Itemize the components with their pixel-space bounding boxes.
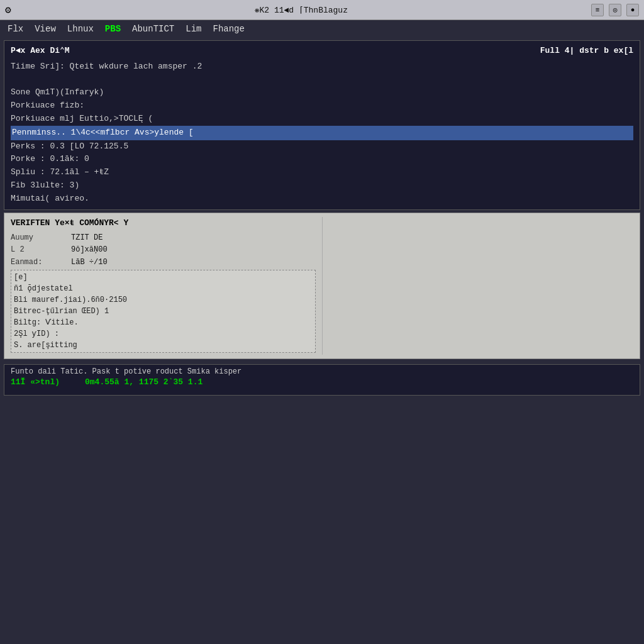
top-panel-header: P◄x Aex Di⌃M Full 4| dstr b ex[l [11, 45, 633, 58]
bottom-panel-header: VERIFTEN Ye×ŧ COMÓNYR< Y [11, 217, 316, 230]
top-panel-line-5: Pennminss.. 1\4c<<mflbcr Avs>ylende [ [11, 126, 633, 140]
status-top-text: Funto dali Tatic. Pask t potive roduct S… [11, 367, 633, 376]
title-bar-center: ❋K2 11◄d ⌈ThnBlaguz [255, 5, 348, 15]
menu-item-pbs[interactable]: PBS [100, 23, 126, 35]
bp-left-rows: AuumyTZIT DEL 29ŏ]xāŅ00Eanmad:LāB ÷/10 [11, 232, 316, 269]
bp-inner-line-1: ñ1 ǭdjestatel [14, 283, 313, 294]
bottom-panel-right [322, 217, 633, 355]
status-right-value: 0m4.55ā 1, 1175 2`35 1.1 [85, 377, 203, 387]
bp-inner-line-0: [e] [14, 272, 313, 283]
top-panel-right-title: Full 4| dstr b ex[l [540, 45, 633, 58]
top-panel: P◄x Aex Di⌃M Full 4| dstr b ex[l Tiime S… [4, 40, 640, 210]
top-panel-line-4: Porkiuace mlj Euttio,>TOCLĘ ( [11, 113, 633, 126]
title-bar-icon: ⚙ [5, 4, 11, 16]
menu-item-lim[interactable]: Lim [180, 23, 206, 35]
title-bar-text: ❋K2 11◄d ⌈ThnBlaguz [255, 5, 348, 15]
maximize-button[interactable]: ◎ [609, 4, 621, 16]
bp-value-1: 9ŏ]xāŅ00 [71, 244, 108, 256]
bp-left-row-0: AuumyTZIT DE [11, 232, 316, 244]
top-panel-line-7: Porke : 0.1āk: 0 [11, 153, 633, 166]
bp-inner-line-5: 2Şl ƴID) : [14, 328, 313, 340]
top-panel-line-6: Perks : 0.3 [LO 72.125.5 [11, 140, 633, 153]
menu-bar: FlxViewLhnuxPBSAbunTICTLimFhange [0, 20, 644, 38]
bottom-panel-left: VERIFTEN Ye×ŧ COMÓNYR< Y AuumyTZIT DEL 2… [11, 217, 322, 355]
bp-value-0: TZIT DE [71, 232, 103, 244]
bp-label-0: Auumy [11, 232, 67, 244]
menu-item-abuntict[interactable]: AbunTICT [127, 23, 179, 35]
top-panel-line-10: Mimutai( avireo. [11, 192, 633, 206]
menu-item-view[interactable]: View [30, 23, 61, 35]
bottom-panel: VERIFTEN Ye×ŧ COMÓNYR< Y AuumyTZIT DEL 2… [4, 213, 640, 360]
bp-inner-box: [e]ñ1 ǭdjestatelBli mauref.jiai).6ñ0·215… [11, 270, 316, 353]
minimize-button[interactable]: ≡ [591, 4, 604, 16]
title-bar: ⚙ ❋K2 11◄d ⌈ThnBlaguz ≡ ◎ ● [0, 0, 644, 20]
bp-inner-line-4: Biltg: Ѵitile. [14, 317, 313, 328]
top-panel-line-8: Spliu : 72.1āl – +ŧZ [11, 166, 633, 179]
menu-item-lhnux[interactable]: Lhnux [62, 23, 99, 35]
bp-inner-line-2: Bli mauref.jiai).6ñ0·2150 [14, 294, 313, 306]
status-bar: Funto dali Tatic. Pask t potive roduct S… [4, 364, 640, 396]
bp-left-row-2: Eanmad:LāB ÷/10 [11, 257, 316, 269]
top-panel-line-9: Fib 3lulte: 3) [11, 179, 633, 192]
top-panel-left-title: P◄x Aex Di⌃M [11, 45, 70, 58]
top-panel-line-1 [11, 74, 633, 87]
bp-label-2: Eanmad: [11, 257, 67, 269]
status-bottom: 11Ĭ «>tnl) 0m4.55ā 1, 1175 2`35 1.1 [11, 377, 633, 387]
top-panel-line-2: Sone Qm1T)(Infaryk) [11, 86, 633, 99]
top-panel-line-3: Porkiuace fizb: [11, 99, 633, 113]
status-left-value: 11Ĭ «>tnl) [11, 377, 60, 387]
bp-inner-line-6: S. are[şitting [14, 340, 313, 351]
menu-item-fhange[interactable]: Fhange [208, 23, 250, 35]
bp-label-1: L 2 [11, 244, 67, 256]
bp-inner-line-3: Bitrec-ţűlrian ŒED) 1 [14, 306, 313, 317]
close-button[interactable]: ● [626, 4, 639, 16]
top-panel-lines: Tiime Sri]: Qteit wkdure lach amsper .2 … [11, 60, 633, 206]
top-panel-line-0: Tiime Sri]: Qteit wkdure lach amsper .2 [11, 60, 633, 74]
main-content: P◄x Aex Di⌃M Full 4| dstr b ex[l Tiime S… [0, 38, 644, 398]
bp-value-2: LāB ÷/10 [71, 257, 108, 269]
title-bar-right: ≡ ◎ ● [591, 4, 639, 16]
bp-left-row-1: L 29ŏ]xāŅ00 [11, 244, 316, 256]
menu-item-flx[interactable]: Flx [3, 23, 28, 35]
